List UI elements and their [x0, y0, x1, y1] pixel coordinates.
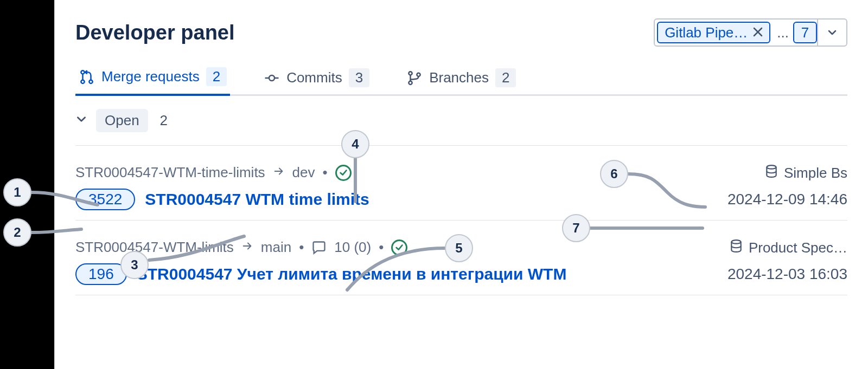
close-icon[interactable]	[753, 25, 763, 40]
filter-ellipsis: ...	[770, 20, 793, 46]
svg-point-2	[89, 80, 92, 83]
svg-point-6	[417, 73, 420, 76]
tab-merge-requests[interactable]: Merge requests 2	[75, 67, 230, 96]
svg-point-5	[409, 81, 412, 84]
panel-header: Developer panel Gitlab Pipe… ... 7	[75, 18, 847, 47]
database-icon	[729, 239, 743, 257]
branch-icon	[406, 70, 423, 86]
repo-label: Product Spec…	[749, 239, 847, 256]
separator-dot: •	[323, 164, 328, 181]
section-count: 2	[157, 112, 168, 129]
arrow-right-icon	[241, 239, 253, 256]
callout-1: 1	[3, 178, 31, 206]
chevron-down-icon[interactable]	[817, 20, 846, 46]
tab-branches[interactable]: Branches 2	[403, 67, 519, 96]
tab-badge: 3	[349, 68, 369, 87]
callout-6: 6	[600, 160, 628, 188]
merge-request-id[interactable]: 196	[75, 263, 127, 285]
repo-label: Simple Bs	[784, 165, 847, 182]
repo-name: Product Spec…	[729, 239, 847, 257]
section-header[interactable]: Open 2	[75, 96, 847, 145]
source-branch: STR0004547-WTM-time-limits	[75, 164, 265, 181]
tab-badge: 2	[206, 67, 227, 86]
target-branch: main	[261, 239, 291, 256]
separator-dot: •	[379, 239, 384, 256]
svg-point-7	[767, 165, 776, 169]
tab-label: Merge requests	[101, 68, 200, 85]
filter-chip[interactable]: Gitlab Pipe…	[657, 22, 770, 43]
svg-point-3	[269, 75, 275, 81]
comment-count: 10 (0)	[334, 239, 371, 256]
merge-request-title[interactable]: STR0004547 WTM time limits	[145, 190, 369, 209]
svg-point-0	[81, 70, 84, 74]
repo-name: Simple Bs	[764, 164, 847, 182]
callout-4: 4	[341, 130, 369, 158]
developer-panel: Developer panel Gitlab Pipe… ... 7	[54, 0, 868, 369]
filter-group[interactable]: Gitlab Pipe… ... 7	[654, 18, 847, 47]
svg-point-1	[81, 80, 84, 83]
svg-point-4	[409, 72, 412, 75]
tab-label: Commits	[286, 69, 342, 86]
database-icon	[764, 164, 778, 182]
callout-7: 7	[562, 214, 590, 242]
commit-icon	[264, 70, 280, 86]
pipeline-status-ok-icon	[391, 239, 407, 256]
filter-chip-label: Gitlab Pipe…	[665, 24, 748, 41]
arrow-right-icon	[273, 164, 285, 181]
merge-request-item[interactable]: STR0004547-WTM-time-limits dev • 3522 ST…	[75, 145, 847, 220]
section-status-pill: Open	[96, 109, 148, 132]
pipeline-status-ok-icon	[335, 165, 352, 181]
source-branch: STR0004547-WTM-limits	[75, 239, 234, 256]
merge-request-id[interactable]: 3522	[75, 189, 135, 210]
merge-request-icon	[79, 69, 95, 85]
tab-badge: 2	[495, 68, 516, 87]
merge-request-list: STR0004547-WTM-time-limits dev • 3522 ST…	[75, 145, 847, 295]
merge-request-date: 2024-12-09 14:46	[706, 191, 847, 208]
comment-icon	[311, 240, 327, 255]
chevron-down-icon[interactable]	[75, 112, 87, 129]
merge-request-date: 2024-12-03 16:03	[706, 266, 847, 283]
tab-commits[interactable]: Commits 3	[260, 67, 373, 96]
tab-label: Branches	[429, 69, 489, 86]
callout-2: 2	[3, 218, 31, 247]
callout-5: 5	[445, 234, 473, 262]
merge-request-title[interactable]: STR0004547 Учет лимита времени в интегра…	[137, 265, 567, 283]
target-branch: dev	[292, 164, 315, 181]
tabs: Merge requests 2 Commits 3	[75, 67, 847, 96]
panel-title: Developer panel	[75, 21, 235, 44]
callout-3: 3	[120, 251, 149, 279]
separator-dot: •	[299, 239, 304, 256]
svg-point-8	[731, 240, 741, 244]
merge-request-meta: STR0004547-WTM-limits main • 10 (0) •	[75, 239, 695, 256]
filter-count: 7	[793, 22, 817, 43]
